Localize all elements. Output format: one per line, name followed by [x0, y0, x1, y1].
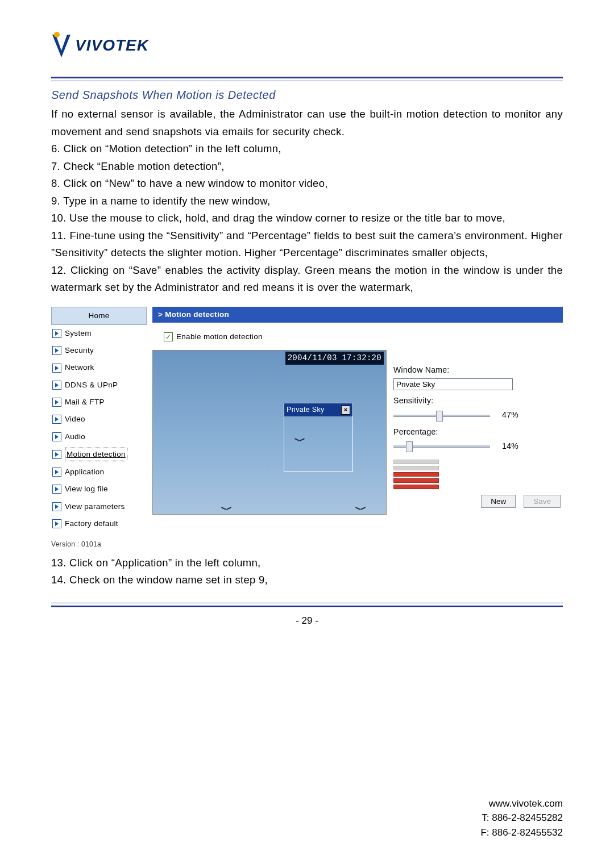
- arrow-right-icon: [52, 398, 61, 407]
- sidebar-item-label: Security: [65, 344, 94, 357]
- footer-tel: T: 886-2-82455282: [480, 811, 563, 825]
- brand-name: VIVOTEK: [75, 36, 149, 55]
- sidebar-item-video[interactable]: Video: [51, 411, 147, 428]
- instruction-step: 9. Type in a name to identify the new wi…: [51, 193, 563, 210]
- arrow-right-icon: [52, 381, 61, 390]
- sidebar-item-view-parameters[interactable]: View parameters: [51, 498, 147, 515]
- sidebar-item-security[interactable]: Security: [51, 342, 147, 359]
- new-button[interactable]: New: [481, 495, 516, 508]
- detection-window-title: Private Sky: [287, 404, 325, 416]
- percentage-slider[interactable]: [393, 441, 490, 451]
- arrow-right-icon: [52, 450, 61, 459]
- instruction-step: 6. Click on “Motion detection” in the le…: [51, 140, 563, 158]
- sidebar-item-label: Network: [65, 361, 94, 374]
- motion-detection-screenshot: Home SystemSecurityNetworkDDNS & UPnPMai…: [51, 307, 563, 534]
- sidebar-item-application[interactable]: Application: [51, 464, 147, 481]
- detection-window[interactable]: Private Sky ×: [284, 403, 353, 472]
- arrow-right-icon: [52, 485, 61, 494]
- arrow-right-icon: [52, 364, 61, 373]
- sidebar-item-label: Audio: [65, 431, 85, 443]
- sensitivity-slider[interactable]: [393, 410, 490, 420]
- sidebar-item-label: Video: [65, 413, 85, 425]
- sidebar-item-motion-detection[interactable]: Motion detection: [51, 445, 147, 464]
- divider: [51, 77, 563, 78]
- instruction-step: 13. Click on “Application” in the left c…: [51, 554, 563, 572]
- footer-fax: F: 886-2-82455532: [480, 825, 563, 840]
- sidebar-item-mail-ftp[interactable]: Mail & FTP: [51, 394, 147, 411]
- bird-icon: [355, 505, 366, 512]
- sidebar-item-audio[interactable]: Audio: [51, 428, 147, 445]
- instruction-step: 10. Use the mouse to click, hold, and dr…: [51, 210, 563, 227]
- section-title: Send Snapshots When Motion is Detected: [51, 86, 563, 105]
- sidebar-home[interactable]: Home: [51, 307, 147, 325]
- enable-motion-label: Enable motion detection: [176, 331, 263, 343]
- sidebar-item-network[interactable]: Network: [51, 359, 147, 376]
- video-preview[interactable]: 2004/11/03 17:32:20 Private Sky ×: [152, 350, 387, 515]
- instruction-step: 12. Clicking on “Save” enables the activ…: [51, 262, 563, 297]
- detection-controls: Window Name: Sensitivity: 47% Percentage…: [393, 350, 563, 515]
- arrow-right-icon: [52, 468, 61, 477]
- window-name-label: Window Name:: [393, 364, 563, 377]
- save-button[interactable]: Save: [524, 495, 561, 508]
- sidebar-item-label: System: [65, 327, 92, 340]
- sidebar-item-label: View parameters: [65, 500, 125, 513]
- sidebar-item-view-log-file[interactable]: View log file: [51, 481, 147, 498]
- enable-motion-checkbox[interactable]: ✓: [164, 332, 173, 341]
- config-sidebar: Home SystemSecurityNetworkDDNS & UPnPMai…: [51, 307, 147, 550]
- sidebar-item-label: DDNS & UPnP: [65, 379, 118, 391]
- logo-mark-icon: [51, 31, 72, 60]
- panel-titlebar: > Motion detection: [152, 307, 563, 323]
- video-timestamp: 2004/11/03 17:32:20: [285, 352, 384, 365]
- arrow-right-icon: [52, 346, 61, 355]
- page-number: - 29 -: [51, 615, 563, 627]
- arrow-right-icon: [52, 415, 61, 424]
- sidebar-item-ddns-upnp[interactable]: DDNS & UPnP: [51, 377, 147, 394]
- sidebar-item-label: Motion detection: [65, 448, 127, 461]
- sidebar-item-label: Application: [65, 466, 104, 478]
- divider: [51, 603, 563, 603]
- arrow-right-icon: [52, 502, 61, 511]
- instruction-step: 7. Check “Enable motion detection”,: [51, 158, 563, 176]
- bird-icon: [221, 505, 231, 512]
- bird-icon: [294, 436, 305, 443]
- sidebar-item-factory-default[interactable]: Factory default: [51, 515, 147, 532]
- sidebar-item-system[interactable]: System: [51, 325, 147, 342]
- arrow-right-icon: [52, 329, 61, 338]
- intro-paragraph: If no external sensor is available, the …: [51, 106, 563, 140]
- divider: [51, 81, 563, 81]
- brand-logo: VIVOTEK: [51, 31, 563, 60]
- divider: [51, 606, 563, 607]
- footer-website: www.vivotek.com: [480, 796, 563, 811]
- activity-bars: [393, 460, 439, 489]
- percentage-label: Percentage:: [393, 425, 563, 439]
- percentage-value: 14%: [496, 440, 518, 453]
- sensitivity-value: 47%: [496, 408, 518, 422]
- sensitivity-label: Sensitivity:: [393, 394, 563, 407]
- sidebar-item-label: Factory default: [65, 518, 118, 530]
- instruction-step: 8. Click on “New” to have a new window t…: [51, 175, 563, 193]
- arrow-right-icon: [52, 432, 61, 441]
- arrow-right-icon: [52, 519, 61, 528]
- instruction-step: 11. Fine-tune using the “Sensitivity” an…: [51, 227, 563, 262]
- close-icon[interactable]: ×: [341, 406, 350, 415]
- sidebar-item-label: Mail & FTP: [65, 396, 105, 408]
- sidebar-item-label: View log file: [65, 483, 108, 495]
- instruction-step: 14. Check on the window name set in step…: [51, 571, 563, 589]
- firmware-version: Version : 0101a: [51, 539, 147, 550]
- window-name-input[interactable]: [393, 378, 513, 390]
- footer-contact: www.vivotek.com T: 886-2-82455282 F: 886…: [480, 796, 563, 840]
- svg-point-0: [54, 32, 60, 37]
